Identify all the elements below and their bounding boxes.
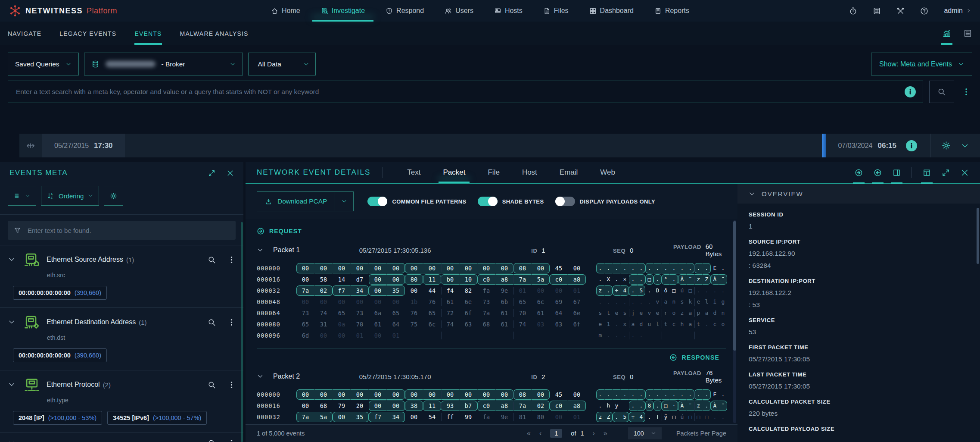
- page-prev-button[interactable]: ‹: [539, 429, 541, 437]
- meta-ordering-dropdown[interactable]: AZ Ordering: [41, 186, 99, 206]
- nav-item-users[interactable]: Users: [434, 0, 484, 22]
- nav-item-files[interactable]: Files: [533, 0, 579, 22]
- page-first-button[interactable]: «: [527, 429, 531, 437]
- meta-scrollbar[interactable]: [241, 222, 243, 442]
- packet-collapse-button[interactable]: [257, 247, 268, 254]
- meta-group-collapse-button[interactable]: [8, 318, 18, 326]
- hex-byte: 68: [477, 319, 495, 329]
- nav-item-reports[interactable]: Reports: [644, 0, 700, 22]
- meta-kebab-button[interactable]: [227, 381, 236, 389]
- hex-offset: 000032: [257, 414, 287, 420]
- toggle-switch[interactable]: [478, 197, 498, 206]
- user-menu[interactable]: admin: [944, 7, 971, 15]
- subnav-item-navigate[interactable]: NAVIGATE: [8, 22, 41, 45]
- hex-byte: 5a: [532, 274, 550, 285]
- meta-value-count[interactable]: (390,660): [75, 352, 101, 359]
- circle-arrow-right-button[interactable]: [855, 162, 863, 183]
- query-options-kebab-button[interactable]: [960, 81, 972, 103]
- tab-packet[interactable]: Packet: [432, 162, 476, 183]
- meta-search-button[interactable]: [208, 256, 216, 264]
- hex-byte: 00: [351, 389, 369, 400]
- meta-search-button[interactable]: [208, 439, 216, 442]
- tab-text[interactable]: Text: [396, 162, 432, 183]
- query-search-input[interactable]: [15, 88, 899, 96]
- meta-kebab-button[interactable]: [227, 256, 236, 264]
- meta-search-button[interactable]: [208, 318, 216, 326]
- range-collapse-button[interactable]: [961, 142, 969, 150]
- ascii-char: .: [621, 330, 629, 341]
- split-panel-button[interactable]: [893, 162, 901, 183]
- range-info-icon[interactable]: [906, 140, 917, 151]
- ascii-char: o: [670, 308, 678, 318]
- page-next-button[interactable]: ›: [592, 429, 594, 437]
- range-drag-handle[interactable]: [19, 141, 42, 150]
- meta-settings-button[interactable]: [104, 186, 123, 206]
- packets-scrollbar[interactable]: [733, 220, 736, 423]
- overview-value: 1: [749, 221, 969, 232]
- meta-value-count[interactable]: (390,660): [75, 289, 101, 296]
- meta-value-chip[interactable]: 34525 [IPv6](>100,000 - 57%): [107, 411, 207, 425]
- meta-value-chip[interactable]: 00:00:00:00:00:00(390,660): [13, 286, 107, 300]
- meta-value-count[interactable]: (>100,000 - 57%): [153, 414, 201, 421]
- help-button[interactable]: [920, 7, 928, 15]
- hex-byte: 31: [314, 319, 333, 329]
- range-settings-button[interactable]: [942, 141, 951, 150]
- overview-scrollbar[interactable]: [977, 208, 979, 264]
- subnav-item-legacy-events[interactable]: LEGACY EVENTS: [59, 22, 116, 45]
- page-last-button[interactable]: »: [604, 429, 607, 437]
- toggle-switch[interactable]: [555, 197, 575, 206]
- brand-logo[interactable]: NETWITNESS Platform: [9, 4, 261, 17]
- expand-button[interactable]: [942, 162, 950, 183]
- circle-arrow-left-button[interactable]: [874, 162, 882, 183]
- close-button[interactable]: [961, 162, 969, 183]
- meta-view-button[interactable]: [8, 186, 36, 206]
- saved-queries-dropdown[interactable]: Saved Queries: [8, 53, 79, 75]
- data-scope-dropdown[interactable]: All Data: [248, 53, 316, 75]
- meta-filter-input[interactable]: [27, 226, 230, 235]
- meta-group-collapse-button[interactable]: [8, 381, 18, 389]
- tab-host[interactable]: Host: [511, 162, 548, 183]
- meta-search-button[interactable]: [208, 381, 216, 389]
- execute-search-button[interactable]: [929, 81, 954, 103]
- nav-item-dashboard[interactable]: Dashboard: [579, 0, 644, 22]
- range-start-chip[interactable]: 05/27/2015 17:30: [42, 134, 125, 157]
- nav-item-home[interactable]: Home: [261, 0, 311, 22]
- overview-field-source-ip-port: SOURCE IP:PORT192.168.122.90: 63284: [749, 238, 969, 271]
- hex-byte: 6e: [459, 297, 477, 307]
- meta-value-count[interactable]: (>100,000 - 53%): [48, 414, 96, 421]
- ascii-char: z: [694, 274, 703, 285]
- range-end-marker[interactable]: [822, 134, 826, 157]
- chart-view-button[interactable]: [942, 22, 951, 45]
- meta-value-chip[interactable]: 2048 [IP](>100,000 - 53%): [13, 411, 102, 425]
- meta-expand-button[interactable]: [208, 169, 215, 177]
- jobs-button[interactable]: [873, 7, 881, 15]
- console-view-button[interactable]: [963, 22, 972, 45]
- meta-value-chip[interactable]: 00:00:00:00:00:00(390,660): [13, 348, 107, 362]
- download-options-button[interactable]: [335, 192, 353, 211]
- overview-header[interactable]: OVERVIEW: [737, 184, 980, 204]
- show-meta-events-dropdown[interactable]: Show: Meta and Events: [871, 53, 972, 75]
- nav-item-investigate[interactable]: Investigate: [311, 0, 375, 22]
- query-info-icon[interactable]: [905, 86, 916, 97]
- meta-kebab-button[interactable]: [227, 318, 236, 326]
- meta-close-button[interactable]: [227, 169, 234, 177]
- tools-button[interactable]: [896, 7, 905, 15]
- meta-kebab-button[interactable]: [227, 439, 236, 442]
- packet-collapse-button[interactable]: [257, 373, 268, 380]
- nav-item-respond[interactable]: Respond: [375, 0, 434, 22]
- tab-web[interactable]: Web: [589, 162, 626, 183]
- hex-byte: 54: [423, 412, 441, 422]
- timer-button[interactable]: [849, 7, 857, 15]
- service-selector-dropdown[interactable]: - Broker: [84, 53, 243, 75]
- toggle-switch[interactable]: [367, 197, 387, 206]
- chevron-down-icon[interactable]: [8, 439, 18, 442]
- nav-item-hosts[interactable]: Hosts: [484, 0, 533, 22]
- meta-group-collapse-button[interactable]: [8, 256, 18, 263]
- tab-file[interactable]: File: [476, 162, 510, 183]
- download-pcap-button[interactable]: Download PCAP: [257, 191, 354, 211]
- subnav-item-malware-analysis[interactable]: MALWARE ANALYSIS: [180, 22, 249, 45]
- subnav-item-events[interactable]: EVENTS: [134, 22, 162, 45]
- tab-email[interactable]: Email: [548, 162, 589, 183]
- per-page-dropdown[interactable]: 100: [628, 427, 662, 439]
- layout-button[interactable]: [923, 162, 931, 183]
